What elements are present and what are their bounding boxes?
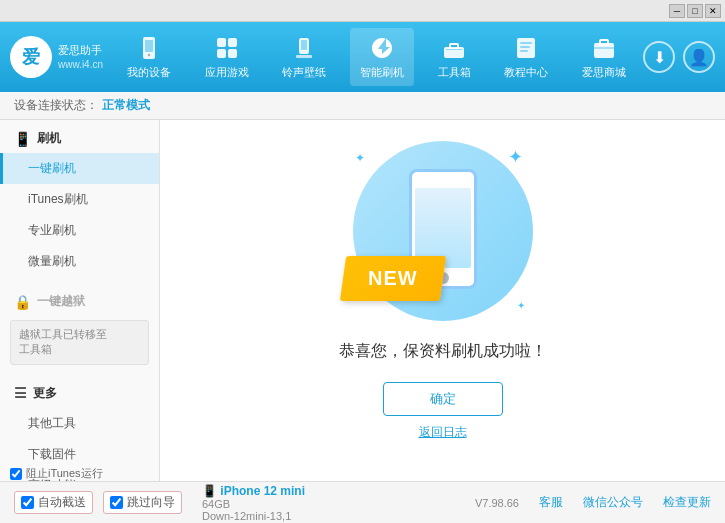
svg-rect-1 — [145, 40, 153, 52]
lock-section-icon: 🔒 — [14, 294, 31, 310]
svg-point-2 — [148, 54, 150, 56]
auto-send-checkbox[interactable] — [21, 496, 34, 509]
svg-rect-4 — [228, 38, 237, 47]
top-nav: 爱 爱思助手 www.i4.cn 我的设备 — [0, 22, 725, 92]
more-section-icon: ☰ — [14, 385, 27, 401]
rebuild-link[interactable]: 返回日志 — [419, 424, 467, 441]
sidebar-item-pro-flash[interactable]: 专业刷机 — [0, 215, 159, 246]
sidebar-item-itunes-flash[interactable]: iTunes刷机 — [0, 184, 159, 215]
nav-right: ⬇ 👤 — [643, 41, 715, 73]
svg-rect-3 — [217, 38, 226, 47]
itunes-checkbox[interactable] — [10, 468, 22, 480]
svg-rect-13 — [446, 49, 462, 50]
check-update-link[interactable]: 检查更新 — [663, 494, 711, 511]
status-label: 设备连接状态： — [14, 97, 98, 114]
confirm-button[interactable]: 确定 — [383, 382, 503, 416]
svg-rect-6 — [228, 49, 237, 58]
sidebar-jailbreak-note: 越狱工具已转移至工具箱 — [10, 320, 149, 365]
status-bar: 设备连接状态： 正常模式 — [0, 92, 725, 120]
svg-rect-19 — [600, 40, 608, 45]
svg-rect-16 — [520, 46, 530, 48]
device-name: 📱 iPhone 12 mini — [202, 484, 305, 498]
sidebar-item-other-tools[interactable]: 其他工具 — [0, 408, 159, 439]
sidebar-more-header: ☰ 更多 — [0, 379, 159, 408]
app-container: 爱 爱思助手 www.i4.cn 我的设备 — [0, 22, 725, 523]
skip-wizard-checkbox[interactable] — [110, 496, 123, 509]
svg-rect-5 — [217, 49, 226, 58]
skip-wizard-checkbox-group[interactable]: 跳过向导 — [103, 491, 182, 514]
sidebar-flash-header: 📱 刷机 — [0, 124, 159, 153]
tutorial-icon — [512, 34, 540, 62]
logo-area: 爱 爱思助手 www.i4.cn — [10, 36, 110, 78]
customer-service-link[interactable]: 客服 — [539, 494, 563, 511]
minimize-btn[interactable]: ─ — [669, 4, 685, 18]
version-text: V7.98.66 — [475, 497, 519, 509]
my-device-icon — [135, 34, 163, 62]
bottom-bar: 自动截送 跳过向导 📱 iPhone 12 mini 64GB Down-12m… — [0, 481, 725, 523]
star-4: ✦ — [517, 300, 525, 311]
smart-flash-icon — [368, 34, 396, 62]
itunes-status: 阻止iTunes运行 — [10, 466, 103, 481]
star-2: ✦ — [508, 146, 523, 168]
status-value: 正常模式 — [102, 97, 150, 114]
device-info: 📱 iPhone 12 mini 64GB Down-12mini-13,1 — [202, 484, 305, 522]
success-text: 恭喜您，保资料刷机成功啦！ — [339, 341, 547, 362]
sidebar-section-jailbreak: 🔒 一键越狱 越狱工具已转移至工具箱 — [0, 287, 159, 369]
nav-ringtone[interactable]: 铃声壁纸 — [272, 28, 336, 86]
apple-store-icon — [590, 34, 618, 62]
nav-tutorial[interactable]: 教程中心 — [494, 28, 558, 86]
toolbox-icon — [440, 34, 468, 62]
nav-apps-games[interactable]: 应用游戏 — [195, 28, 259, 86]
maximize-btn[interactable]: □ — [687, 4, 703, 18]
bottom-right: V7.98.66 客服 微信公众号 检查更新 — [475, 494, 711, 511]
device-icon: 📱 — [202, 484, 217, 498]
nav-my-device[interactable]: 我的设备 — [117, 28, 181, 86]
sidebar-item-micro-flash[interactable]: 微量刷机 — [0, 246, 159, 277]
title-bar: ─ □ ✕ — [0, 0, 725, 22]
user-btn[interactable]: 👤 — [683, 41, 715, 73]
apps-games-icon — [213, 34, 241, 62]
nav-toolbox[interactable]: 工具箱 — [428, 28, 481, 86]
flash-section-icon: 📱 — [14, 131, 31, 147]
svg-rect-15 — [520, 42, 532, 44]
logo-icon: 爱 — [10, 36, 52, 78]
svg-rect-9 — [296, 55, 312, 58]
nav-items: 我的设备 应用游戏 — [110, 28, 643, 86]
ringtone-icon — [290, 34, 318, 62]
star-1: ✦ — [355, 151, 365, 165]
bottom-left: 自动截送 跳过向导 📱 iPhone 12 mini 64GB Down-12m… — [14, 484, 475, 522]
svg-rect-8 — [301, 40, 307, 50]
content-area: 📱 刷机 一键刷机 iTunes刷机 专业刷机 微量刷机 — [0, 120, 725, 481]
device-storage: 64GB — [202, 498, 305, 510]
logo-text: 爱思助手 www.i4.cn — [58, 43, 103, 70]
sidebar-item-one-click-flash[interactable]: 一键刷机 — [0, 153, 159, 184]
device-model: Down-12mini-13,1 — [202, 510, 305, 522]
sidebar-section-flash: 📱 刷机 一键刷机 iTunes刷机 专业刷机 微量刷机 — [0, 124, 159, 277]
wechat-link[interactable]: 微信公众号 — [583, 494, 643, 511]
auto-send-checkbox-group[interactable]: 自动截送 — [14, 491, 93, 514]
phone-illustration: ✦ ✦ ✦ ✦ NEW — [343, 141, 543, 321]
nav-apple-store[interactable]: 爱思商城 — [572, 28, 636, 86]
main-content: ✦ ✦ ✦ ✦ NEW 恭喜您，保资料刷机成功啦！ 确定 返回日志 — [160, 120, 725, 481]
close-btn[interactable]: ✕ — [705, 4, 721, 18]
new-badge: NEW — [339, 256, 445, 301]
sidebar: 📱 刷机 一键刷机 iTunes刷机 专业刷机 微量刷机 — [0, 120, 160, 481]
svg-rect-17 — [520, 50, 528, 52]
svg-rect-12 — [450, 44, 458, 49]
nav-smart-flash[interactable]: 智能刷机 — [350, 28, 414, 86]
download-btn[interactable]: ⬇ — [643, 41, 675, 73]
sidebar-jailbreak-header: 🔒 一键越狱 — [0, 287, 159, 316]
